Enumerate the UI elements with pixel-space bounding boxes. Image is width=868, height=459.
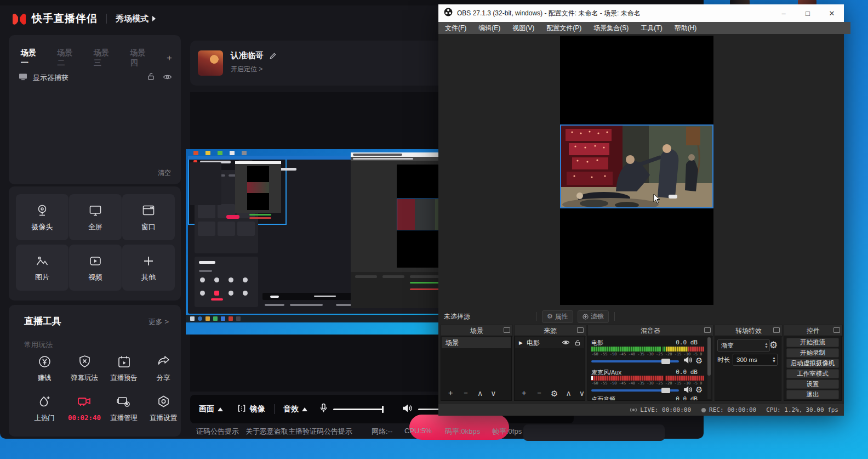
- remove-scene-icon[interactable]: －: [462, 388, 470, 398]
- add-source-other[interactable]: 其他: [122, 245, 175, 291]
- tile-label: 视频: [88, 273, 102, 282]
- obs-titlebar[interactable]: OBS 27.1.3 (32-bit, windows) - 配置文件: 未命名…: [438, 4, 844, 22]
- mode-switcher[interactable]: 秀场模式: [116, 14, 149, 24]
- duration-spinner-icons[interactable]: ▲▼: [772, 356, 777, 363]
- start-recording-button[interactable]: 开始录制: [786, 348, 839, 358]
- menu-profile[interactable]: 配置文件(P): [546, 24, 581, 33]
- start-virtual-camera-button[interactable]: 启动虚拟摄像机: [786, 359, 839, 368]
- more-link[interactable]: 更多 >: [149, 317, 169, 327]
- dock-popout-icon[interactable]: [504, 327, 510, 333]
- menu-edit[interactable]: 编辑(E): [478, 24, 500, 33]
- settings-button[interactable]: 设置: [786, 379, 839, 389]
- sound-effects-menu[interactable]: 音效: [283, 404, 299, 414]
- obs-preview-canvas[interactable]: [560, 36, 713, 305]
- avatar[interactable]: [198, 50, 223, 76]
- channel-speaker-icon[interactable]: [683, 386, 693, 396]
- add-scene-icon[interactable]: ＋: [447, 388, 454, 398]
- tool-earn[interactable]: 赚钱: [25, 354, 64, 383]
- channel-gear-icon[interactable]: ⚙: [695, 356, 703, 365]
- mirror-toggle[interactable]: 镜像: [250, 404, 265, 414]
- source-properties-gear-icon[interactable]: ⚙: [551, 389, 558, 398]
- remove-source-icon[interactable]: －: [535, 388, 543, 398]
- visibility-eye-icon[interactable]: [163, 73, 172, 83]
- dock-popout-icon[interactable]: [704, 327, 711, 333]
- rec-status: REC: 00:00:00: [709, 406, 756, 413]
- scene-tab-4[interactable]: 场景四: [130, 48, 153, 68]
- add-scene-button[interactable]: +: [167, 53, 172, 64]
- edit-pencil-icon[interactable]: [269, 52, 277, 60]
- add-source-icon[interactable]: ＋: [520, 388, 528, 398]
- source-down-icon[interactable]: ∨: [579, 389, 585, 398]
- dock-popout-icon[interactable]: [577, 327, 584, 333]
- maximize-button[interactable]: □: [796, 4, 820, 22]
- mic-volume-slider[interactable]: [333, 409, 384, 410]
- dock-popout-icon[interactable]: [833, 327, 840, 333]
- menu-help[interactable]: 帮助(H): [675, 24, 697, 33]
- volume-slider-mic[interactable]: [591, 389, 679, 392]
- studio-mode-button[interactable]: 工作室模式: [786, 369, 839, 378]
- source-up-icon[interactable]: ∧: [566, 389, 571, 398]
- select-spinner-icons[interactable]: ▲▼: [764, 342, 769, 349]
- status-anti-theft-notice[interactable]: 关于恶意盗取主播验证码公告提示: [245, 427, 352, 437]
- start-streaming-button[interactable]: 开始推流: [786, 338, 839, 347]
- scenes-dock-header[interactable]: 场景: [441, 325, 513, 337]
- tool-share[interactable]: 分享: [144, 354, 182, 383]
- scene-down-icon[interactable]: ∨: [490, 389, 496, 398]
- scene-tab-2[interactable]: 场景二: [58, 48, 80, 68]
- controls-dock-header[interactable]: 控件: [784, 325, 843, 337]
- menu-tools[interactable]: 工具(T): [641, 24, 662, 33]
- scene-tab-3[interactable]: 场景三: [94, 48, 116, 68]
- add-source-fullscreen[interactable]: 全屏: [69, 194, 122, 240]
- movie-source-selected[interactable]: [560, 124, 713, 208]
- channel-speaker-icon[interactable]: [683, 356, 693, 366]
- menu-view[interactable]: 视图(V): [512, 24, 534, 33]
- add-source-camera[interactable]: 摄像头: [16, 194, 68, 240]
- speaker-icon[interactable]: [402, 404, 413, 415]
- add-source-image[interactable]: 图片: [16, 245, 68, 291]
- close-button[interactable]: ✕: [820, 4, 844, 22]
- tool-manage[interactable]: 直播管理: [105, 394, 143, 423]
- transition-gear-icon[interactable]: ⚙: [769, 341, 778, 350]
- mixer-dock-header[interactable]: 混音器: [587, 325, 713, 337]
- add-source-video[interactable]: 视频: [69, 245, 122, 291]
- minimize-button[interactable]: –: [772, 4, 796, 22]
- status-captcha-notice[interactable]: 证码公告提示: [196, 427, 239, 437]
- status-fps: 帧率:0fps: [492, 427, 522, 437]
- microphone-icon[interactable]: [319, 403, 328, 416]
- bottom-right-panel: [523, 424, 665, 441]
- channel-gear-icon[interactable]: ⚙: [695, 386, 703, 394]
- tool-preview[interactable]: 直播预告: [105, 354, 143, 383]
- display-capture-preview[interactable]: [186, 149, 438, 335]
- plus-icon: [141, 253, 156, 269]
- duration-field[interactable]: 300 ms ▲▼: [733, 354, 778, 366]
- dock-popout-icon[interactable]: [773, 327, 780, 333]
- tool-danmu[interactable]: 弹幕玩法: [65, 354, 104, 383]
- source-lock-icon[interactable]: [574, 339, 581, 346]
- clear-button[interactable]: 清空: [158, 168, 171, 178]
- capture-source-item[interactable]: 显示器捕获: [33, 73, 68, 83]
- scene-up-icon[interactable]: ∧: [477, 389, 483, 398]
- mixer-scrollbar[interactable]: [707, 337, 711, 399]
- volume-slider-movie[interactable]: [591, 360, 679, 362]
- screen-menu[interactable]: 画面: [199, 404, 214, 414]
- menu-scene-collection[interactable]: 场景集合(S): [593, 24, 629, 33]
- enable-location-link[interactable]: 开启定位 >: [231, 65, 262, 74]
- exit-button[interactable]: 退出: [786, 390, 839, 399]
- obs-window-title: OBS 27.1.3 (32-bit, windows) - 配置文件: 未命名…: [457, 9, 641, 18]
- source-list-item[interactable]: ▶ 电影: [515, 337, 584, 348]
- transition-select[interactable]: 渐变 ▲▼: [717, 339, 770, 352]
- unlock-icon[interactable]: [147, 72, 155, 83]
- scene-tab-1[interactable]: 场景一: [21, 48, 43, 68]
- record-timer[interactable]: 00:02:40: [65, 394, 104, 422]
- properties-button[interactable]: ⚙ 属性: [542, 310, 573, 323]
- menu-file[interactable]: 文件(F): [445, 24, 466, 33]
- tool-settings[interactable]: 直播设置: [144, 394, 182, 423]
- filters-button[interactable]: 滤镜: [578, 310, 609, 323]
- add-source-window[interactable]: 窗口: [122, 194, 175, 240]
- tile-label: 窗口: [141, 222, 156, 232]
- source-visibility-eye-icon[interactable]: [562, 339, 570, 345]
- tool-hot[interactable]: 上热门: [25, 394, 64, 423]
- transitions-dock-header[interactable]: 转场特效: [715, 325, 783, 337]
- scene-list-item[interactable]: 场景: [442, 337, 511, 348]
- sources-dock-header[interactable]: 来源: [514, 325, 586, 337]
